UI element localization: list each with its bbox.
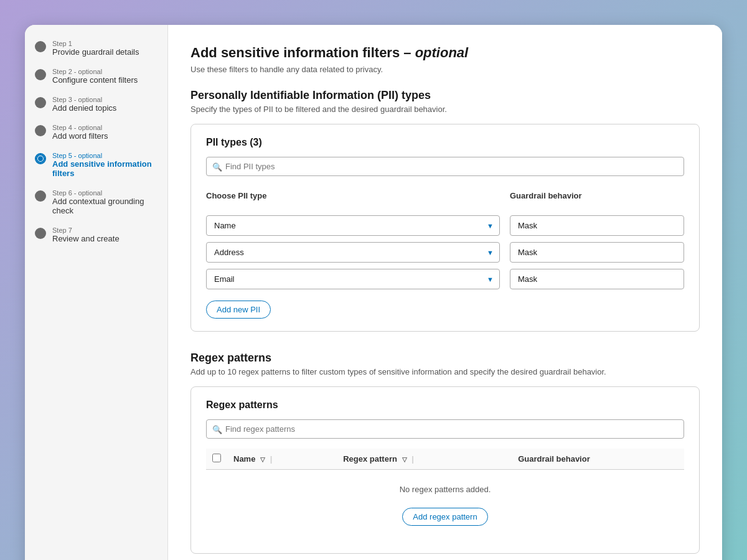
pii-type-select-3[interactable]: Email Name Address Phone SSN (206, 269, 500, 289)
step4-circle (35, 125, 46, 136)
sidebar-item-step2[interactable]: Step 2 - optional Configure content filt… (35, 68, 157, 85)
pii-section-title: Personally Identifiable Information (PII… (190, 89, 700, 102)
name-col-header: Name ▽ | (227, 449, 337, 470)
step6-name: Add contextual grounding check (52, 197, 157, 215)
regex-no-data-row: No regex patterns added. Add regex patte… (206, 470, 684, 541)
step5-text: Step 5 - optional Add sensitive informat… (52, 152, 157, 178)
behavior-field-2[interactable] (510, 242, 684, 263)
sidebar-item-step5[interactable]: Step 5 - optional Add sensitive informat… (35, 152, 157, 178)
step5-label: Step 5 - optional (52, 152, 157, 159)
step7-circle (35, 228, 46, 239)
page-subtitle: Use these filters to handle any data rel… (190, 65, 700, 74)
step7-text: Step 7 Review and create (52, 226, 120, 243)
regex-table-header: Name ▽ | Regex pattern ▽ | Guardrail beh… (206, 449, 684, 470)
behavior-col-header-regex: Guardrail behavior (512, 449, 684, 470)
sidebar: Step 1 Provide guardrail details Step 2 … (25, 25, 168, 560)
pii-type-select-wrapper-2: Address Name Email Phone SSN ▼ (206, 242, 500, 263)
step1-circle (35, 41, 46, 52)
sidebar-item-step3[interactable]: Step 3 - optional Add denied topics (35, 96, 157, 113)
pii-type-select-wrapper-1: Name Address Email Phone SSN ▼ (206, 215, 500, 236)
behavior-field-3[interactable] (510, 269, 684, 289)
regex-search-input[interactable] (206, 419, 684, 439)
regex-search-icon: 🔍 (212, 424, 222, 434)
pii-type-col-header: Choose PII type (206, 191, 500, 204)
pii-row-2: Address Name Email Phone SSN ▼ (206, 242, 684, 263)
step6-circle (35, 190, 46, 202)
pii-search-input[interactable] (206, 157, 684, 176)
pii-column-headers: Choose PII type Guardrail behavior (206, 186, 684, 209)
add-new-pii-button[interactable]: Add new PII (206, 301, 271, 319)
step1-name: Provide guardrail details (52, 47, 139, 57)
step3-label: Step 3 - optional (52, 96, 116, 103)
step5-circle (35, 153, 46, 164)
step2-circle (35, 69, 46, 80)
step6-label: Step 6 - optional (52, 189, 157, 197)
step4-name: Add word filters (52, 131, 108, 141)
behavior-field-1[interactable] (510, 215, 684, 236)
step3-text: Step 3 - optional Add denied topics (52, 96, 116, 113)
sidebar-item-step1[interactable]: Step 1 Provide guardrail details (35, 40, 157, 57)
regex-section: Regex patterns Add up to 10 regex patter… (190, 352, 700, 554)
sidebar-item-step6[interactable]: Step 6 - optional Add contextual groundi… (35, 189, 157, 215)
name-sort-icon: ▽ (260, 456, 265, 463)
pii-type-select-2[interactable]: Address Name Email Phone SSN (206, 242, 500, 263)
pii-card: PII types (3) 🔍 Choose PII type Guardrai… (190, 124, 700, 332)
regex-search-box: 🔍 (206, 419, 684, 439)
search-icon: 🔍 (212, 162, 222, 171)
regex-section-subtitle: Add up to 10 regex patterns to filter cu… (190, 367, 700, 376)
sidebar-item-step7[interactable]: Step 7 Review and create (35, 226, 157, 243)
pii-row-1: Name Address Email Phone SSN ▼ (206, 215, 684, 236)
page-title: Add sensitive information filters – opti… (190, 45, 700, 61)
pii-search-box: 🔍 (206, 157, 684, 176)
regex-select-all-checkbox[interactable] (212, 454, 221, 462)
behavior-col-header: Guardrail behavior (510, 186, 684, 209)
main-content: Add sensitive information filters – opti… (168, 25, 722, 560)
step7-label: Step 7 (52, 226, 120, 234)
step3-circle (35, 97, 46, 108)
regex-table: Name ▽ | Regex pattern ▽ | Guardrail beh… (206, 449, 684, 541)
step2-name: Configure content filters (52, 75, 138, 85)
regex-no-data-cell: No regex patterns added. Add regex patte… (206, 470, 684, 541)
pii-section-subtitle: Specify the types of PII to be filtered … (190, 105, 700, 114)
step2-text: Step 2 - optional Configure content filt… (52, 68, 138, 85)
pii-section: Personally Identifiable Information (PII… (190, 89, 700, 332)
regex-card-title: Regex patterns (206, 399, 684, 411)
step6-text: Step 6 - optional Add contextual groundi… (52, 189, 157, 215)
regex-card: Regex patterns 🔍 Name ▽ (190, 386, 700, 554)
regex-sort-icon: ▽ (402, 456, 407, 463)
step3-name: Add denied topics (52, 103, 116, 113)
step2-label: Step 2 - optional (52, 68, 138, 75)
regex-col-header: Regex pattern ▽ | (337, 449, 512, 470)
pii-type-select-wrapper-3: Email Name Address Phone SSN ▼ (206, 269, 500, 289)
add-regex-pattern-button[interactable]: Add regex pattern (402, 508, 487, 526)
step4-label: Step 4 - optional (52, 124, 108, 131)
step4-text: Step 4 - optional Add word filters (52, 124, 108, 141)
step1-label: Step 1 (52, 40, 139, 47)
regex-section-title: Regex patterns (190, 352, 700, 365)
step5-name: Add sensitive information filters (52, 159, 157, 178)
pii-row-3: Email Name Address Phone SSN ▼ (206, 269, 684, 289)
pii-card-title: PII types (3) (206, 137, 684, 148)
step1-text: Step 1 Provide guardrail details (52, 40, 139, 57)
pii-type-select-1[interactable]: Name Address Email Phone SSN (206, 215, 500, 236)
checkbox-col-header (206, 449, 227, 470)
app-container: Step 1 Provide guardrail details Step 2 … (25, 25, 722, 560)
sidebar-item-step4[interactable]: Step 4 - optional Add word filters (35, 124, 157, 141)
step7-name: Review and create (52, 234, 120, 243)
